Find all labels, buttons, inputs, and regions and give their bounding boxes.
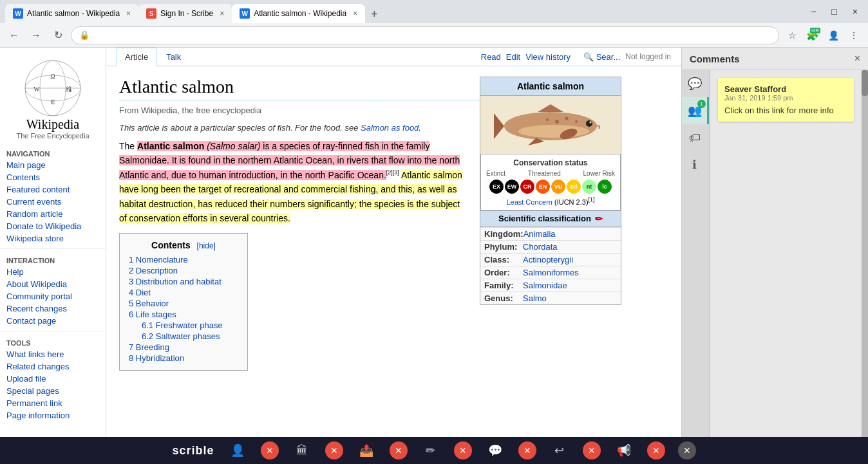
scribe-panel-title: Comments [690, 53, 740, 64]
sidebar-item-main-page[interactable]: Main page [0, 159, 106, 171]
toc-link-saltwater[interactable]: 6.2 Saltwater phases [142, 331, 220, 341]
scribe-share-remove-button[interactable]: ✕ [390, 441, 408, 459]
reload-button[interactable]: ↻ [49, 26, 67, 44]
sidebar-item-about[interactable]: About Wikipedia [0, 278, 106, 290]
scribe-highlight-remove-button[interactable]: ✕ [454, 441, 472, 459]
scribe-undo-icon[interactable]: ↩ [549, 440, 570, 461]
toc-link-nomenclature[interactable]: 1 Nomenclature [129, 255, 188, 264]
scribe-panel-close-button[interactable]: × [854, 53, 860, 64]
sidebar-item-upload-file[interactable]: Upload file [0, 373, 106, 385]
toc-link-behavior[interactable]: 5 Behavior [129, 299, 169, 308]
sidebar-item-featured-content[interactable]: Featured content [0, 183, 106, 196]
sidebar-item-permanent-link[interactable]: Permanent link [0, 397, 106, 409]
tab-action-view-history[interactable]: View history [525, 52, 571, 62]
scribe-highlight-icon[interactable]: ✏ [420, 440, 441, 461]
comment-date: Jan 31, 2019 1:59 pm [724, 94, 847, 102]
scribe-archive-remove-button[interactable]: ✕ [325, 441, 343, 459]
menu-icon[interactable]: ⋮ [845, 26, 863, 44]
sidebar-item-what-links[interactable]: What links here [0, 348, 106, 360]
toc-link-breeding[interactable]: 7 Breeding [129, 342, 169, 352]
sidebar-item-donate[interactable]: Donate to Wikipedia [0, 220, 106, 232]
close-window-button[interactable]: × [847, 4, 863, 19]
scribe-group-icon[interactable]: 👥 1 [682, 97, 709, 124]
order-label: Order: [484, 268, 523, 277]
minimize-button[interactable]: − [806, 4, 821, 19]
new-tab-button[interactable]: + [365, 5, 383, 23]
maximize-button[interactable]: □ [826, 4, 842, 19]
scribe-note-icon[interactable]: 💬 [485, 440, 505, 461]
sidebar-item-related-changes[interactable]: Related changes [0, 360, 106, 373]
sidebar-item-store[interactable]: Wikipedia store [0, 232, 106, 245]
scribe-share-icon[interactable]: 📤 [356, 440, 377, 461]
sidebar-item-special-pages[interactable]: Special pages [0, 385, 106, 397]
tab-talk[interactable]: Talk [158, 48, 189, 66]
search-icon[interactable]: 🔍 Sear... [583, 52, 620, 62]
forward-button[interactable]: → [27, 26, 45, 44]
toc-toggle[interactable]: [hide] [197, 241, 216, 250]
least-concern-link[interactable]: Least Concern [506, 198, 552, 206]
tab2-title: Sign In - Scribe [160, 9, 213, 18]
toc-link-freshwater[interactable]: 6.1 Freshwater phase [142, 320, 223, 330]
browser-tab-2[interactable]: S Sign In - Scribe × [138, 4, 232, 23]
class-value[interactable]: Actinopterygii [523, 255, 573, 264]
scribe-user-remove-button[interactable]: ✕ [261, 441, 279, 459]
family-value[interactable]: Salmonidae [523, 281, 567, 290]
tab2-close[interactable]: × [220, 9, 224, 18]
class-label: Class: [484, 255, 523, 264]
sidebar-item-recent-changes[interactable]: Recent changes [0, 302, 106, 315]
salmon-food-link[interactable]: Salmon as food [361, 123, 419, 133]
scribe-dismiss-button[interactable]: ✕ [678, 441, 696, 459]
toc-item-8: 8 Hybridization [129, 353, 238, 364]
back-button[interactable]: ← [5, 26, 23, 44]
toc-link-distribution[interactable]: 3 Distribution and habitat [129, 277, 222, 286]
edit-classification-icon[interactable]: ✏ [595, 214, 603, 224]
scribe-announce-icon[interactable]: 📢 [614, 440, 634, 461]
scribe-scrollbar[interactable] [862, 70, 868, 464]
toc-link-hybridization[interactable]: 8 Hybridization [129, 353, 184, 363]
bookmark-icon[interactable]: ☆ [783, 26, 801, 44]
address-bar[interactable]: 🔒 https://www.scrible.com/view/source/24… [71, 26, 779, 44]
toc-link-description[interactable]: 2 Description [129, 266, 178, 275]
scribe-archive-icon[interactable]: 🏛 [292, 440, 312, 461]
toc-link-life-stages[interactable]: 6 Life stages [129, 310, 176, 319]
kingdom-value[interactable]: Animalia [524, 229, 556, 239]
toc-link-diet[interactable]: 4 Diet [129, 288, 151, 297]
toolbar-icons: ☆ 🧩 GR 👤 ⋮ [783, 26, 863, 44]
url-input[interactable]: https://www.scrible.com/view/source/24GG… [93, 30, 771, 40]
scribe-announce-remove-button[interactable]: ✕ [647, 441, 665, 459]
tab-article[interactable]: Article [117, 48, 156, 66]
sidebar-item-community-portal[interactable]: Community portal [0, 290, 106, 302]
scribe-tag-icon[interactable]: 🏷 [682, 124, 709, 151]
scribe-undo-remove-button[interactable]: ✕ [583, 441, 601, 459]
status-cd: cd [567, 180, 581, 194]
tab-action-read[interactable]: Read [481, 52, 501, 62]
least-concern-text[interactable]: Least Concern (IUCN 2.3)[1] [484, 196, 618, 206]
sidebar-item-random-article[interactable]: Random article [0, 208, 106, 220]
toc-title: Contents [hide] [129, 240, 238, 250]
browser-toolbar: ← → ↻ 🔒 https://www.scrible.com/view/sou… [0, 23, 868, 48]
phylum-value[interactable]: Chordata [523, 242, 557, 252]
order-value[interactable]: Salmoniformes [523, 268, 579, 277]
svg-point-13 [590, 122, 592, 124]
sidebar-item-help[interactable]: Help [0, 266, 106, 278]
tab-action-edit[interactable]: Edit [506, 52, 520, 62]
scrollbar-thumb[interactable] [862, 70, 868, 96]
browser-tab-1[interactable]: W Atlantic salmon - Wikipedia × [5, 4, 138, 23]
genus-value[interactable]: Salmo [523, 293, 547, 303]
phylum-label: Phylum: [484, 242, 523, 252]
tab3-close[interactable]: × [353, 9, 357, 18]
wiki-logo-title: Wikipedia [26, 117, 80, 132]
sidebar-item-contact[interactable]: Contact page [0, 315, 106, 327]
scribe-chat-icon[interactable]: 💬 [682, 70, 709, 97]
sidebar-item-current-events[interactable]: Current events [0, 196, 106, 208]
scribe-user-icon[interactable]: 👤 [227, 440, 248, 461]
extensions-icon[interactable]: 🧩 GR [804, 26, 822, 44]
scribe-info-icon[interactable]: ℹ [682, 151, 709, 178]
tab1-close[interactable]: × [126, 9, 131, 18]
sidebar-item-page-info[interactable]: Page information [0, 409, 106, 422]
sidebar-item-contents[interactable]: Contents [0, 171, 106, 183]
wiki-infobox: Atlantic salmon [480, 77, 621, 305]
browser-tab-3[interactable]: W Atlantic salmon - Wikipedia × [232, 4, 365, 23]
scribe-note-remove-button[interactable]: ✕ [518, 441, 536, 459]
profile-icon[interactable]: 👤 [824, 26, 842, 44]
